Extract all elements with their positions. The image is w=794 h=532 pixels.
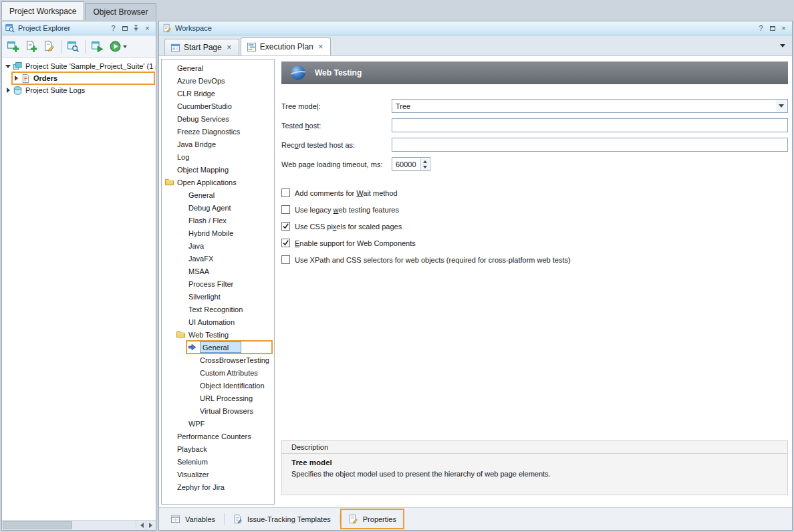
category-performance-counters[interactable]: Performance Counters	[162, 430, 274, 442]
category-debug-services[interactable]: Debug Services	[162, 112, 274, 125]
category-label: Zephyr for Jira	[177, 483, 225, 491]
add-project-suite-item-icon	[7, 40, 19, 53]
category-selenium[interactable]: Selenium	[162, 455, 274, 468]
field-row-tested-host: Tested host:	[281, 118, 788, 132]
app-tab-project-workspace[interactable]: Project Workspace	[1, 1, 84, 20]
category-javafx[interactable]: JavaFX	[162, 252, 274, 265]
category-cucumberstudio[interactable]: CucumberStudio	[162, 100, 274, 112]
run-project-button[interactable]	[107, 38, 130, 55]
bottom-tab-variables[interactable]: Variables	[162, 508, 224, 530]
category-crossbrowsertesting[interactable]: CrossBrowserTesting	[162, 354, 274, 366]
use-legacy-web-testing-features-checkbox[interactable]	[281, 205, 290, 214]
category-clr-bridge[interactable]: CLR Bridge	[162, 87, 274, 100]
category-flash-flex[interactable]: Flash / Flex	[162, 214, 274, 227]
close-button[interactable]: ×	[779, 23, 789, 33]
scroll-left-icon[interactable]	[136, 521, 146, 530]
category-zephyr-for-jira[interactable]: Zephyr for Jira	[162, 481, 274, 493]
use-css-pixels-for-scaled-pages-checkbox[interactable]	[281, 222, 290, 231]
window-position-icon[interactable]	[767, 23, 777, 33]
record-tested-host-as-input[interactable]	[392, 138, 788, 152]
help-button[interactable]: ?	[756, 23, 766, 33]
category-object-identification[interactable]: Object Identification	[162, 379, 274, 392]
close-button[interactable]: ×	[142, 23, 152, 33]
category-object-mapping[interactable]: Object Mapping	[162, 163, 274, 176]
add-comments-for-wait-method-checkbox[interactable]	[281, 188, 290, 197]
help-button[interactable]: ?	[108, 23, 118, 33]
add-project-item-button[interactable]	[23, 38, 39, 55]
spinner-down-icon[interactable]	[421, 164, 429, 170]
category-label: CucumberStudio	[177, 102, 232, 110]
icon-slot	[164, 114, 177, 124]
category-playback[interactable]: Playback	[162, 442, 274, 455]
category-url-processing[interactable]: URL Processing	[162, 392, 274, 404]
icon-slot	[164, 101, 177, 111]
app-tab-object-browser[interactable]: Object Browser	[85, 3, 156, 20]
scrollbar-track[interactable]	[72, 521, 136, 530]
horizontal-scrollbar[interactable]	[2, 520, 156, 530]
category-ui-automation[interactable]: UI Automation	[162, 315, 274, 328]
category-virtual-browsers[interactable]: Virtual Browsers	[162, 404, 274, 417]
checkbox-label: Use CSS pixels for scaled pages	[295, 223, 402, 231]
tested-host-input[interactable]	[392, 118, 788, 132]
window-position-icon[interactable]	[120, 23, 130, 33]
add-project-suite-item-button[interactable]	[5, 38, 21, 55]
category-web-testing[interactable]: Web Testing	[162, 328, 274, 341]
auto-hide-pin-icon[interactable]	[131, 23, 141, 33]
icon-slot	[187, 380, 200, 390]
category-general[interactable]: General	[162, 188, 274, 201]
category-silverlight[interactable]: Silverlight	[162, 290, 274, 303]
category-custom-attributes[interactable]: Custom Attributes	[162, 366, 274, 379]
tab-list-dropdown-icon[interactable]	[780, 44, 785, 50]
spinner-up-icon[interactable]	[421, 158, 429, 164]
properties-icon	[348, 514, 358, 524]
close-tab-icon[interactable]	[225, 43, 233, 51]
category-visualizer[interactable]: Visualizer	[162, 468, 274, 481]
folder-slot	[164, 177, 177, 187]
category-text-recognition[interactable]: Text Recognition	[162, 303, 274, 315]
bottom-tab-bar: VariablesIssue-Tracking TemplatesPropert…	[159, 507, 792, 530]
category-msaa[interactable]: MSAA	[162, 265, 274, 277]
workspace-title: Workspace	[175, 24, 753, 32]
edit-items-button[interactable]	[41, 38, 57, 55]
icon-slot	[176, 203, 188, 213]
close-tab-icon[interactable]	[317, 43, 325, 51]
category-label: Hybrid Mobile	[188, 229, 233, 237]
doc-tab-start-page[interactable]: Start Page	[164, 39, 239, 55]
use-xpath-and-css-selectors-for-web-objects-required-for-cross-platform-web-tests-checkbox[interactable]	[281, 255, 290, 264]
category-java-bridge[interactable]: Java Bridge	[162, 138, 274, 150]
doc-tab-execution-plan[interactable]: Execution Plan	[241, 37, 331, 55]
enable-support-for-web-components-checkbox[interactable]	[281, 239, 290, 247]
bottom-tab-issue-tracking-templates[interactable]: Issue-Tracking Templates	[224, 508, 340, 530]
tree-model-combobox[interactable]: Tree	[392, 99, 788, 113]
scroll-right-icon[interactable]	[146, 521, 156, 530]
combobox-dropdown-icon[interactable]	[776, 100, 787, 112]
category-freeze-diagnostics[interactable]: Freeze Diagnostics	[162, 125, 274, 138]
scrollbar-thumb[interactable]	[3, 521, 72, 529]
dropdown-chevron-icon[interactable]	[122, 38, 128, 55]
category-general[interactable]: General	[162, 341, 274, 354]
category-general[interactable]: General	[162, 61, 274, 74]
category-java[interactable]: Java	[162, 239, 274, 252]
category-azure-devops[interactable]: Azure DevOps	[162, 74, 274, 87]
spinner-value: 60000	[396, 160, 416, 168]
tree-item-project-suite-sample-project-suite-1-p[interactable]: Project Suite 'Sample_Project_Suite' (1 …	[2, 60, 156, 72]
bottom-tab-properties[interactable]: Properties	[340, 508, 405, 530]
category-hybrid-mobile[interactable]: Hybrid Mobile	[162, 227, 274, 239]
category-log[interactable]: Log	[162, 150, 274, 163]
description-text: Specifies the object model used to prese…	[291, 470, 778, 478]
run-project-suite-button[interactable]	[89, 38, 106, 55]
collapse-toggle-icon[interactable]	[5, 60, 13, 72]
expand-toggle-icon[interactable]	[5, 84, 13, 96]
category-debug-agent[interactable]: Debug Agent	[162, 201, 274, 214]
tree-item-orders[interactable]: Orders	[2, 72, 156, 84]
web-page-loading-timeout-ms-spinner[interactable]: 60000	[392, 157, 430, 171]
expand-toggle-icon[interactable]	[13, 72, 21, 84]
category-process-filter[interactable]: Process Filter	[162, 277, 274, 290]
workspace-icon	[162, 23, 172, 33]
web-testing-banner: Web Testing	[281, 61, 788, 84]
tree-item-project-suite-logs[interactable]: Project Suite Logs	[2, 84, 156, 96]
category-wpf[interactable]: WPF	[162, 417, 274, 430]
category-open-applications[interactable]: Open Applications	[162, 176, 274, 188]
object-browser-button[interactable]	[65, 38, 82, 55]
category-label: Virtual Browsers	[200, 407, 253, 415]
